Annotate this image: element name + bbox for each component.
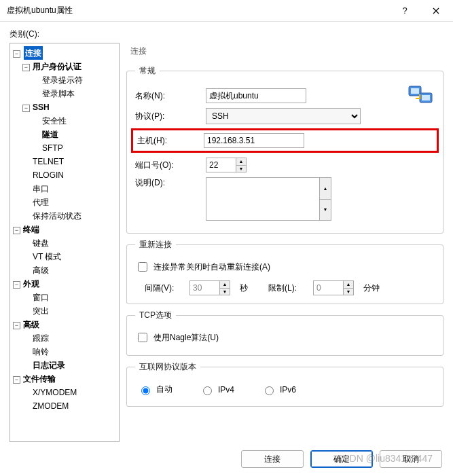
- label-name: 名称(N):: [135, 90, 206, 102]
- tree-item-ssh-security[interactable]: 安全性: [41, 114, 68, 128]
- label-interval: 间隔(V):: [145, 282, 183, 294]
- legend-general: 常规: [135, 65, 160, 77]
- unit-seconds: 秒: [240, 282, 248, 294]
- connect-button[interactable]: 连接: [241, 450, 304, 468]
- label-port: 端口号(O):: [135, 160, 206, 171]
- scroll-down-icon[interactable]: ▼: [320, 199, 331, 221]
- tree-item-terminal-advanced[interactable]: 高级: [31, 263, 50, 277]
- expand-icon[interactable]: −: [22, 105, 30, 112]
- legend-tcp: TCP选项: [135, 310, 176, 321]
- tree-item-connection[interactable]: 连接: [24, 46, 43, 60]
- close-button[interactable]: [420, 1, 452, 21]
- limit-input[interactable]: [313, 280, 343, 295]
- group-tcp: TCP选项 使用Nagle算法(U): [126, 310, 443, 356]
- spin-up-icon[interactable]: ▲: [220, 281, 230, 288]
- legend-reconnect: 重新连接: [135, 239, 176, 251]
- tree-item-keepalive[interactable]: 保持活动状态: [31, 209, 83, 223]
- help-button[interactable]: ?: [389, 1, 420, 21]
- tree-item-login-prompt[interactable]: 登录提示符: [41, 73, 84, 87]
- connection-icon: [407, 84, 435, 108]
- spin-down-icon[interactable]: ▼: [344, 288, 353, 295]
- port-spinner[interactable]: ▲▼: [206, 158, 247, 172]
- label-limit: 限制(L):: [268, 282, 306, 294]
- nagle-checkbox[interactable]: [138, 333, 147, 342]
- radio-ipv4[interactable]: IPv4: [200, 384, 234, 395]
- label-nagle: 使用Nagle算法(U): [153, 332, 219, 344]
- tree-item-window[interactable]: 窗口: [31, 291, 50, 304]
- label-description: 说明(D):: [135, 177, 206, 189]
- tree-item-bell[interactable]: 响铃: [31, 345, 50, 359]
- spin-up-icon[interactable]: ▲: [236, 158, 246, 165]
- expand-icon[interactable]: −: [13, 281, 20, 289]
- host-input[interactable]: [204, 133, 304, 148]
- interval-input[interactable]: [189, 280, 219, 295]
- tree-item-advanced[interactable]: 高级: [22, 318, 41, 331]
- radio-ip-auto[interactable]: 自动: [138, 384, 173, 395]
- spin-down-icon[interactable]: ▼: [236, 165, 246, 172]
- tree-item-auth[interactable]: 用户身份认证: [31, 60, 83, 73]
- tree-item-appearance[interactable]: 外观: [22, 277, 41, 291]
- tree-item-serial[interactable]: 串口: [31, 182, 50, 196]
- tree-item-filetransfer[interactable]: 文件传输: [22, 372, 57, 386]
- protocol-select[interactable]: SSH: [206, 108, 361, 124]
- name-input[interactable]: [206, 88, 306, 103]
- tree-item-rlogin[interactable]: RLOGIN: [31, 168, 65, 182]
- label-host: 主机(H):: [137, 135, 204, 147]
- settings-panel: 连接 常规 名称(N): 协议(P): SSH: [126, 43, 443, 442]
- tree-item-proxy[interactable]: 代理: [31, 196, 50, 209]
- cancel-button[interactable]: 取消: [380, 450, 442, 468]
- label-protocol: 协议(P):: [135, 111, 206, 122]
- tree-item-login-script[interactable]: 登录脚本: [41, 87, 76, 100]
- tree-item-ssh-sftp[interactable]: SFTP: [41, 141, 65, 155]
- tree-item-trace[interactable]: 跟踪: [31, 331, 50, 345]
- expand-icon[interactable]: −: [13, 227, 20, 234]
- scroll-up-icon[interactable]: ▲: [320, 178, 331, 199]
- expand-icon[interactable]: −: [13, 376, 20, 384]
- close-icon: [433, 7, 439, 14]
- tree-item-zmodem[interactable]: ZMODEM: [31, 399, 70, 413]
- dialog-footer: 连接 确定 取消: [10, 442, 443, 473]
- category-label: 类别(C):: [10, 29, 443, 40]
- unit-minutes: 分钟: [363, 282, 380, 294]
- tree-item-vt-mode[interactable]: VT 模式: [31, 250, 62, 263]
- titlebar: 虚拟机ubuntu属性 ?: [0, 0, 453, 22]
- tree-item-terminal[interactable]: 终端: [22, 223, 41, 236]
- window-title: 虚拟机ubuntu属性: [7, 5, 389, 16]
- description-textarea[interactable]: [206, 177, 320, 221]
- svg-rect-3: [422, 95, 430, 100]
- tree-item-logging[interactable]: 日志记录: [31, 359, 67, 372]
- radio-ipv6[interactable]: IPv6: [261, 384, 296, 395]
- svg-rect-1: [411, 88, 419, 94]
- interval-spinner[interactable]: ▲▼: [189, 280, 230, 295]
- category-tree[interactable]: − 连接 −用户身份认证 登录提示符 登录脚本 −SSH: [10, 43, 120, 442]
- group-general: 常规 名称(N): 协议(P): SSH 主机(H):: [126, 65, 443, 234]
- tree-item-xymodem[interactable]: X/YMODEM: [31, 386, 78, 399]
- spin-up-icon[interactable]: ▲: [344, 281, 353, 288]
- tree-item-telnet[interactable]: TELNET: [31, 155, 65, 168]
- legend-ip-version: 互联网协议版本: [135, 361, 200, 373]
- limit-spinner[interactable]: ▲▼: [313, 280, 354, 295]
- spin-down-icon[interactable]: ▼: [220, 288, 230, 295]
- expand-icon[interactable]: −: [13, 50, 20, 58]
- expand-icon[interactable]: −: [22, 64, 30, 71]
- group-ip-version: 互联网协议版本 自动 IPv4 IPv6: [126, 361, 443, 407]
- auto-reconnect-checkbox[interactable]: [138, 262, 147, 272]
- panel-heading: 连接: [126, 43, 443, 60]
- tree-item-highlight[interactable]: 突出: [31, 304, 50, 318]
- tree-item-ssh-tunnel[interactable]: 隧道: [41, 128, 60, 141]
- group-reconnect: 重新连接 连接异常关闭时自动重新连接(A) 间隔(V): ▲▼ 秒 限制(L):: [126, 239, 443, 304]
- tree-item-ssh[interactable]: SSH: [31, 100, 51, 114]
- ok-button[interactable]: 确定: [310, 450, 373, 468]
- expand-icon[interactable]: −: [13, 322, 20, 329]
- port-input[interactable]: [206, 158, 236, 172]
- label-auto-reconnect: 连接异常关闭时自动重新连接(A): [153, 261, 270, 273]
- tree-item-keyboard[interactable]: 键盘: [31, 236, 50, 250]
- host-highlight: 主机(H):: [131, 128, 439, 153]
